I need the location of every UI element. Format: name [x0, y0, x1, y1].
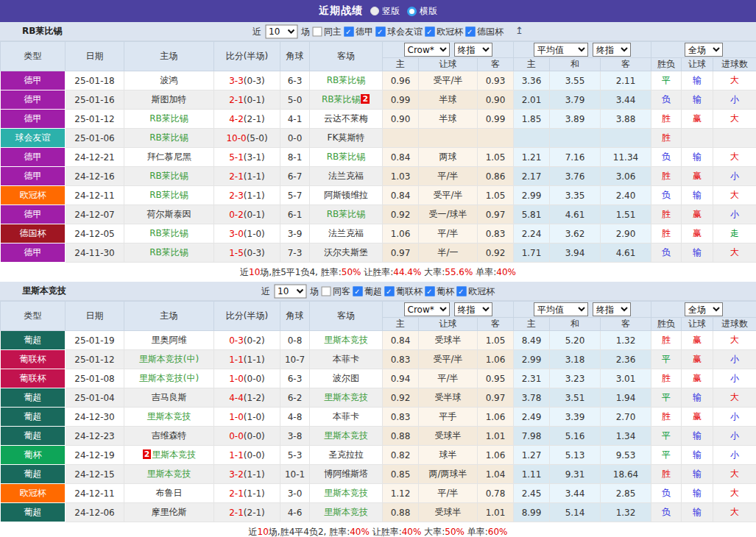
same-venue-checkbox[interactable]: [321, 286, 331, 296]
team-name-text[interactable]: RB莱比锡: [149, 247, 188, 257]
team-name-text[interactable]: RB莱比锡: [149, 228, 188, 238]
league-badge: 葡超: [1, 427, 66, 446]
league-filter-checkbox[interactable]: [375, 26, 385, 36]
team-name-text[interactable]: 波鸿: [160, 75, 178, 85]
col-handicap: 让球: [419, 318, 478, 331]
result-outcome: 平: [651, 427, 682, 446]
league-filter-checkbox[interactable]: [425, 286, 434, 296]
league-filter-checkbox[interactable]: [344, 26, 353, 36]
summary-segment: 近: [240, 267, 249, 277]
handicap: 半/一: [419, 243, 478, 263]
team-name-text[interactable]: 里斯本竞技: [324, 430, 368, 441]
average-final-select[interactable]: 终指: [593, 302, 631, 316]
team-name-text[interactable]: 波尔图: [333, 373, 359, 383]
full-score: 1-0: [229, 412, 244, 422]
team-name-text[interactable]: 里斯本竞技: [324, 335, 368, 345]
scope-select[interactable]: 全场: [685, 43, 723, 57]
match-date: 25-01-19: [66, 331, 124, 350]
match-count-select[interactable]: 10: [265, 24, 297, 38]
avg-draw: 3.51: [550, 388, 601, 408]
team-name-text[interactable]: 荷尔斯泰因: [147, 209, 191, 219]
average-select[interactable]: 平均值: [534, 43, 588, 57]
full-score: 2-3: [229, 191, 244, 201]
league-filter-label: 欧冠杯: [468, 285, 495, 297]
team-name-text[interactable]: 本菲卡: [333, 354, 359, 364]
team-name-text[interactable]: 吉维森特: [152, 430, 187, 441]
team-name-text[interactable]: 里斯本竞技: [324, 392, 368, 402]
team-name-text[interactable]: FK莫斯特: [328, 132, 365, 143]
team-name-text[interactable]: 斯图加特: [152, 94, 187, 104]
league-filter-checkbox[interactable]: [353, 286, 362, 296]
scroll-top-icon[interactable]: ↥: [515, 25, 523, 36]
avg-home: 2.99: [514, 186, 550, 205]
col-corner: 角球: [280, 302, 310, 331]
match-date: 24-12-15: [66, 465, 124, 484]
radio-selected-icon[interactable]: [407, 7, 417, 16]
table-row: 德甲24-11-30RB莱比锡1-5(0-3)7-3沃尔夫斯堡0.97半/一0.…: [1, 243, 756, 263]
league-badge: 葡超: [1, 465, 66, 484]
scope-select[interactable]: 全场: [685, 302, 723, 316]
team-name-text[interactable]: 里斯本竞技: [147, 469, 191, 479]
same-venue-label: 同客: [333, 285, 350, 297]
team-name-text[interactable]: RB莱比锡: [322, 94, 361, 104]
team-name-text[interactable]: 里斯本竞技(中): [139, 373, 199, 383]
team-name-text[interactable]: 里奥阿维: [152, 335, 187, 345]
team-name-text[interactable]: 摩里伦斯: [152, 507, 187, 517]
odds-away: 0.86: [478, 167, 514, 186]
team-name-text[interactable]: 里斯本竞技: [147, 411, 191, 422]
team-name-text[interactable]: RB莱比锡: [327, 209, 366, 219]
average-select[interactable]: 平均值: [534, 302, 588, 316]
team-name-text[interactable]: 法兰克福: [328, 228, 364, 238]
odds-final-select[interactable]: 终指: [454, 43, 492, 57]
team-name-text[interactable]: 沃尔夫斯堡: [324, 247, 368, 257]
team-name-text[interactable]: 里斯本竞技(中): [139, 354, 199, 364]
team-name-text[interactable]: 吉马良斯: [152, 392, 187, 402]
team-name-text[interactable]: 拜仁慕尼黑: [147, 152, 191, 162]
col-handicap: 让球: [419, 58, 478, 71]
team-name-text[interactable]: RB莱比锡: [149, 113, 188, 124]
team-name-text[interactable]: RB莱比锡: [149, 132, 188, 143]
avg-draw: 3.55: [550, 71, 601, 90]
radio-icon[interactable]: [370, 7, 379, 15]
team-name-text[interactable]: 里斯本竞技: [152, 449, 196, 460]
result-goals: 大: [713, 465, 756, 484]
average-final-select[interactable]: 终指: [593, 43, 631, 57]
league-filter-checkbox[interactable]: [425, 26, 434, 36]
odds-company-select[interactable]: Crow*: [404, 302, 450, 316]
team-name-text[interactable]: 里斯本竞技: [324, 507, 368, 517]
odds-final-select[interactable]: 终指: [454, 302, 492, 316]
odds-company-select[interactable]: Crow*: [404, 43, 450, 57]
avg-draw: 3.39: [550, 408, 601, 427]
team-name-text[interactable]: 里斯本竞技: [324, 488, 368, 498]
handicap: 平/半: [419, 369, 478, 388]
team-name-text[interactable]: RB莱比锡: [149, 190, 188, 200]
team-name-text[interactable]: RB莱比锡: [149, 171, 188, 181]
away-team: 本菲卡: [310, 408, 383, 427]
league-filter-checkbox[interactable]: [456, 286, 466, 296]
avg-away: 3.88: [601, 110, 651, 129]
layout-radio-vertical[interactable]: 竖版: [370, 5, 400, 18]
full-score: 3-2: [229, 469, 244, 480]
team-name-text[interactable]: 博阿维斯塔: [324, 469, 368, 479]
team-name-text[interactable]: RB莱比锡: [327, 75, 366, 85]
league-filter-checkbox[interactable]: [384, 286, 394, 296]
match-count-select[interactable]: 10: [274, 284, 306, 298]
result-outcome: 负: [651, 186, 682, 205]
score-cell: 3-0(1-0): [214, 224, 280, 243]
team-name-text[interactable]: 法兰克福: [328, 171, 364, 181]
team-name-text[interactable]: 圣克拉拉: [328, 449, 364, 460]
corner-cell: 10-1: [280, 465, 310, 484]
odds-away: 1.01: [478, 503, 514, 522]
team-name-text[interactable]: 阿斯顿维拉: [324, 190, 368, 200]
league-filter-checkbox[interactable]: [465, 26, 475, 36]
team-name-text[interactable]: 布鲁日: [156, 488, 183, 498]
result-handicap: 赢: [682, 205, 713, 224]
match-date: 24-12-11: [66, 186, 124, 205]
same-venue-checkbox[interactable]: [312, 26, 322, 36]
team-name-text[interactable]: 云达不莱梅: [324, 113, 368, 124]
layout-radio-horizontal[interactable]: 横版: [407, 5, 437, 18]
away-team: RB莱比锡: [310, 205, 383, 224]
team-name-text[interactable]: RB莱比锡: [327, 152, 366, 162]
table-row: 德甲24-12-07荷尔斯泰因0-2(0-1)6-1RB莱比锡0.92受一/球半…: [1, 205, 756, 224]
team-name-text[interactable]: 本菲卡: [333, 411, 359, 422]
